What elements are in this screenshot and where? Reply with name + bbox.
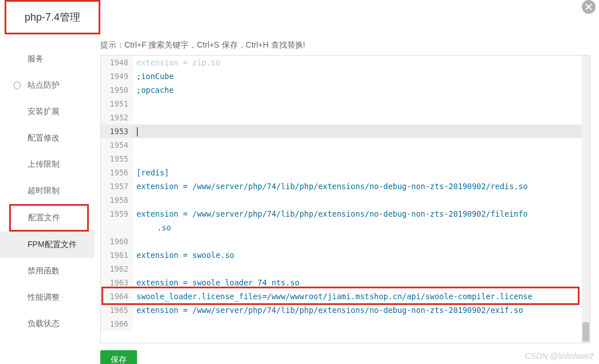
text-cursor xyxy=(137,127,138,136)
code-line[interactable]: 1963extension = swoole_loader_74_nts.so xyxy=(101,276,590,289)
code-line[interactable]: 1959extension = /www/server/php/74/lib/p… xyxy=(101,207,590,221)
sidebar-item-label: 超时限制 xyxy=(28,186,60,195)
sidebar-item-install-ext[interactable]: 安装扩展 xyxy=(0,99,95,125)
line-number xyxy=(101,221,133,234)
sidebar-item-config-file[interactable]: 配置文件 xyxy=(9,204,89,232)
sidebar-item-timeout[interactable]: 超时限制 xyxy=(0,178,95,204)
line-code[interactable]: ;opcache xyxy=(133,83,590,97)
line-number: 1955 xyxy=(101,152,133,166)
line-number: 1963 xyxy=(101,276,133,289)
code-line[interactable]: 1960 xyxy=(101,234,590,248)
line-number: 1954 xyxy=(101,138,133,152)
line-code[interactable]: extension = swoole.so xyxy=(133,248,590,262)
sidebar-item-label: 上传限制 xyxy=(28,159,60,169)
editor-scrollbar[interactable] xyxy=(582,56,590,343)
line-code[interactable] xyxy=(133,138,590,152)
sidebar: 服务 站点防护 安装扩展 配置修改 上传限制 超时限制 配置文件 FPM配置文件… xyxy=(0,34,95,364)
title-annotation-box: php-7.4管理 xyxy=(5,0,100,34)
line-number: 1951 xyxy=(101,97,133,111)
code-line[interactable]: 1953 xyxy=(101,124,590,138)
line-code[interactable]: extension = /www/server/php/74/lib/php/e… xyxy=(133,303,590,317)
line-code[interactable]: .so xyxy=(133,221,590,234)
code-line[interactable]: 1962 xyxy=(101,262,590,276)
scrollbar-thumb[interactable] xyxy=(582,322,589,342)
code-line[interactable]: 1957extension = /www/server/php/74/lib/p… xyxy=(101,179,590,193)
sidebar-item-label: 配置修改 xyxy=(28,133,60,142)
main-area: 提示：Ctrl+F 搜索关键字，Ctrl+S 保存，Ctrl+H 查找替换! 1… xyxy=(95,34,599,364)
sidebar-item-fpm-config[interactable]: FPM配置文件 xyxy=(0,232,95,258)
shield-icon xyxy=(13,81,22,90)
code-line[interactable]: 1961extension = swoole.so xyxy=(101,248,590,262)
line-number: 1957 xyxy=(101,179,133,193)
sidebar-item-site-protect[interactable]: 站点防护 xyxy=(0,72,95,99)
code-line[interactable]: 1949;ionCube xyxy=(101,69,590,83)
line-number: 1952 xyxy=(101,111,133,124)
line-number: 1966 xyxy=(101,317,133,331)
sidebar-item-label: 配置文件 xyxy=(28,213,60,222)
line-code[interactable]: extension = /www/server/php/74/lib/php/e… xyxy=(133,179,590,193)
code-line-wrap[interactable]: .so xyxy=(101,221,590,234)
line-number: 1960 xyxy=(101,234,133,248)
sidebar-item-upload-limit[interactable]: 上传限制 xyxy=(0,151,95,178)
watermark: CSDN @linlinlove2 xyxy=(525,351,593,361)
line-number: 1959 xyxy=(101,207,133,221)
code-line[interactable]: 1950;opcache xyxy=(101,83,590,97)
line-code[interactable] xyxy=(133,111,590,124)
line-code[interactable]: ;ionCube xyxy=(133,69,590,83)
sidebar-item-label: 负载状态 xyxy=(28,319,60,328)
line-code[interactable] xyxy=(133,317,590,331)
line-number: 1958 xyxy=(101,193,133,207)
line-number: 1965 xyxy=(101,303,133,317)
code-line[interactable]: 1965extension = /www/server/php/74/lib/p… xyxy=(101,303,590,317)
save-button[interactable]: 保存 xyxy=(100,350,137,364)
sidebar-item-label: 服务 xyxy=(28,54,44,63)
code-line[interactable]: 1958 xyxy=(101,193,590,207)
code-editor[interactable]: 1948extension = zip.so1949;ionCube1950;o… xyxy=(100,55,590,343)
line-code[interactable]: extension = swoole_loader_74_nts.so xyxy=(133,276,590,289)
code-line[interactable]: 1948extension = zip.so xyxy=(101,56,590,69)
sidebar-item-label: 性能调整 xyxy=(28,292,60,302)
line-code[interactable]: extension = zip.so xyxy=(133,56,590,69)
line-number: 1948 xyxy=(101,56,133,69)
line-number: 1950 xyxy=(101,83,133,97)
code-line[interactable]: 1966 xyxy=(101,317,590,331)
line-code[interactable] xyxy=(133,234,590,248)
line-code[interactable]: [redis] xyxy=(133,166,590,179)
line-code[interactable] xyxy=(133,124,590,138)
line-number: 1953 xyxy=(101,124,133,138)
sidebar-item-label: 安装扩展 xyxy=(28,107,60,116)
line-number: 1956 xyxy=(101,166,133,179)
hint-text: 提示：Ctrl+F 搜索关键字，Ctrl+S 保存，Ctrl+H 查找替换! xyxy=(100,34,590,55)
code-line[interactable]: 1954 xyxy=(101,138,590,152)
line-code[interactable]: swoole_loader.license_files=/www/wwwroot… xyxy=(133,289,590,303)
code-line[interactable]: 1964swoole_loader.license_files=/www/www… xyxy=(101,289,590,303)
code-line[interactable]: 1956[redis] xyxy=(101,166,590,179)
sidebar-item-disable-fn[interactable]: 禁用函数 xyxy=(0,258,95,284)
line-number: 1964 xyxy=(101,289,133,303)
sidebar-item-perf[interactable]: 性能调整 xyxy=(0,284,95,311)
line-number: 1962 xyxy=(101,262,133,276)
line-number: 1949 xyxy=(101,69,133,83)
line-code[interactable] xyxy=(133,97,590,111)
sidebar-item-load[interactable]: 负载状态 xyxy=(0,311,95,337)
line-number: 1961 xyxy=(101,248,133,262)
sidebar-item-config-edit[interactable]: 配置修改 xyxy=(0,125,95,151)
sidebar-item-label: 站点防护 xyxy=(28,80,60,89)
code-line[interactable]: 1951 xyxy=(101,97,590,111)
sidebar-item-service[interactable]: 服务 xyxy=(0,46,95,72)
code-line[interactable]: 1952 xyxy=(101,111,590,124)
page-title: php-7.4管理 xyxy=(13,5,92,30)
line-code[interactable] xyxy=(133,193,590,207)
code-line[interactable]: 1955 xyxy=(101,152,590,166)
sidebar-item-label: 禁用函数 xyxy=(28,266,60,275)
sidebar-item-label: FPM配置文件 xyxy=(28,240,77,249)
line-code[interactable]: extension = /www/server/php/74/lib/php/e… xyxy=(133,207,590,221)
line-code[interactable] xyxy=(133,262,590,276)
line-code[interactable] xyxy=(133,152,590,166)
close-icon[interactable] xyxy=(582,0,596,14)
